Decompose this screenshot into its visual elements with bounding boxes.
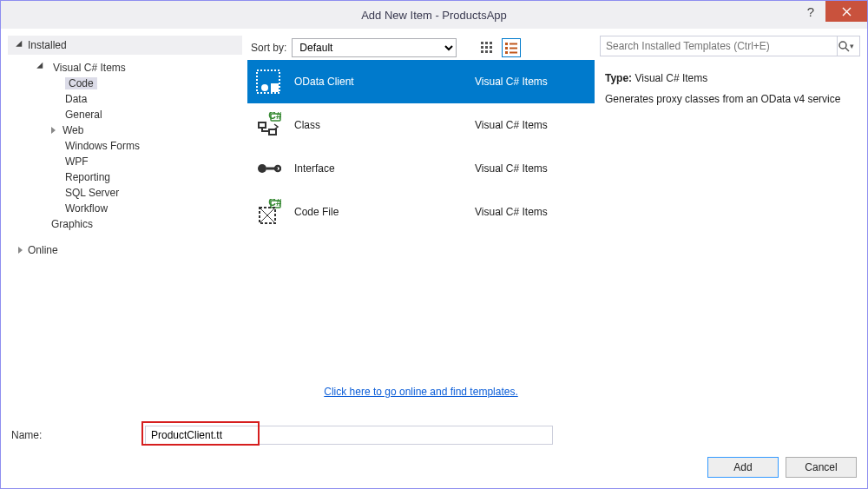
svg-point-16	[261, 84, 268, 91]
svg-line-29	[845, 48, 849, 51]
tree-label: SQL Server	[65, 187, 119, 199]
dialog-window: Add New Item - ProductsApp ? Installed V…	[0, 0, 868, 489]
tree-label: Reporting	[65, 171, 110, 183]
name-label: Name:	[11, 429, 138, 441]
template-item-interface[interactable]: Interface Visual C# Items	[247, 147, 595, 190]
svg-rect-5	[490, 46, 492, 49]
tree-node-code[interactable]: Code	[8, 76, 242, 91]
expand-icon	[51, 127, 56, 134]
svg-rect-6	[481, 50, 483, 53]
description-text: Generates proxy classes from an OData v4…	[605, 91, 855, 107]
svg-rect-7	[485, 50, 488, 53]
window-title: Add New Item - ProductsApp	[1, 9, 867, 22]
installed-label: Installed	[28, 39, 67, 51]
svg-rect-2	[490, 42, 492, 44]
button-row: Add Cancel	[11, 445, 857, 478]
type-label: Type:	[605, 72, 632, 84]
close-button[interactable]	[825, 1, 867, 22]
template-category: Visual C# Items	[475, 76, 588, 88]
svg-text:C#: C#	[268, 112, 281, 122]
type-value: Visual C# Items	[635, 72, 707, 84]
template-item-code-file[interactable]: C# Code File Visual C# Items	[247, 190, 595, 234]
online-label: Online	[28, 244, 58, 256]
search-icon	[838, 41, 850, 52]
tree-label: Workflow	[65, 202, 108, 215]
tree-node-data[interactable]: Data	[8, 91, 242, 107]
online-header[interactable]: Online	[8, 241, 242, 260]
tree-node-sql-server[interactable]: SQL Server	[8, 185, 242, 201]
online-templates-link-row: Click here to go online and find templat…	[247, 375, 595, 413]
tree-node-general[interactable]: General	[8, 107, 242, 122]
tree-label: Code	[65, 77, 97, 89]
template-name: Code File	[294, 206, 463, 218]
class-icon: C#	[254, 111, 282, 139]
search-row: ▾	[600, 36, 860, 60]
svg-rect-3	[481, 46, 483, 49]
svg-rect-0	[481, 42, 483, 44]
tree-label: Visual C# Items	[53, 62, 126, 74]
interface-icon	[254, 155, 282, 182]
category-panel: Installed Visual C# Items Code Data Gene…	[8, 36, 242, 413]
tree-node-web[interactable]: Web	[8, 122, 242, 138]
svg-rect-11	[505, 51, 508, 54]
expand-icon	[36, 63, 46, 72]
add-button[interactable]: Add	[707, 457, 779, 478]
template-name: Interface	[294, 162, 463, 175]
type-row: Type: Visual C# Items	[605, 70, 855, 86]
sort-label: Sort by:	[251, 42, 286, 54]
sort-bar: Sort by: Default	[247, 36, 595, 60]
view-list-button[interactable]	[502, 38, 521, 57]
svg-point-28	[839, 42, 846, 49]
details-panel: ▾ Type: Visual C# Items Generates proxy …	[600, 36, 860, 413]
bottom-panel: Name: Add Cancel	[1, 420, 867, 488]
list-icon	[505, 42, 517, 54]
installed-header[interactable]: Installed	[8, 36, 242, 55]
titlebar: Add New Item - ProductsApp ?	[1, 1, 867, 29]
template-category: Visual C# Items	[475, 162, 588, 175]
svg-rect-17	[271, 83, 279, 92]
window-controls: ?	[796, 1, 867, 22]
template-name: Class	[294, 119, 463, 131]
tree-label: Web	[62, 124, 83, 136]
cancel-button[interactable]: Cancel	[786, 457, 857, 478]
tree-node-workflow[interactable]: Workflow	[8, 201, 242, 216]
odata-client-icon	[254, 68, 282, 96]
svg-rect-20	[259, 122, 266, 128]
tree-label: Data	[65, 93, 87, 105]
template-category: Visual C# Items	[475, 206, 588, 218]
dialog-body: Installed Visual C# Items Code Data Gene…	[1, 29, 867, 420]
template-name: OData Client	[294, 76, 463, 88]
template-category: Visual C# Items	[475, 119, 588, 131]
sort-select[interactable]: Default	[292, 38, 457, 57]
template-item-class[interactable]: C# Class Visual C# Items	[247, 103, 595, 147]
search-input[interactable]	[600, 36, 838, 56]
online-templates-link[interactable]: Click here to go online and find templat…	[324, 386, 517, 398]
grid-small-icon	[481, 42, 493, 54]
category-tree: Visual C# Items Code Data General Web Wi…	[8, 55, 242, 241]
close-icon	[842, 7, 852, 17]
tree-label: Windows Forms	[65, 140, 140, 152]
template-item-odata-client[interactable]: OData Client Visual C# Items	[247, 60, 595, 103]
view-small-icons-button[interactable]	[477, 38, 496, 57]
tree-node-reporting[interactable]: Reporting	[8, 169, 242, 185]
svg-point-22	[258, 164, 266, 173]
help-button[interactable]: ?	[796, 1, 825, 22]
template-description: Type: Visual C# Items Generates proxy cl…	[600, 60, 860, 117]
expand-icon	[16, 41, 25, 50]
search-button[interactable]: ▾	[838, 36, 860, 56]
tree-node-wpf[interactable]: WPF	[8, 154, 242, 169]
chevron-down-icon: ▾	[850, 42, 858, 50]
template-panel: Sort by: Default OData Client	[247, 36, 595, 413]
tree-node-visual-csharp-items[interactable]: Visual C# Items	[8, 60, 242, 76]
svg-rect-8	[490, 50, 492, 53]
svg-rect-10	[505, 47, 508, 50]
template-list: OData Client Visual C# Items C# Class Vi…	[247, 60, 595, 375]
highlight-box	[141, 421, 260, 446]
tree-label: Graphics	[51, 218, 93, 230]
name-row: Name:	[11, 426, 857, 445]
svg-rect-9	[505, 43, 508, 45]
svg-rect-21	[269, 129, 276, 135]
tree-node-graphics[interactable]: Graphics	[8, 216, 242, 232]
expand-icon	[18, 247, 23, 254]
tree-node-windows-forms[interactable]: Windows Forms	[8, 138, 242, 154]
